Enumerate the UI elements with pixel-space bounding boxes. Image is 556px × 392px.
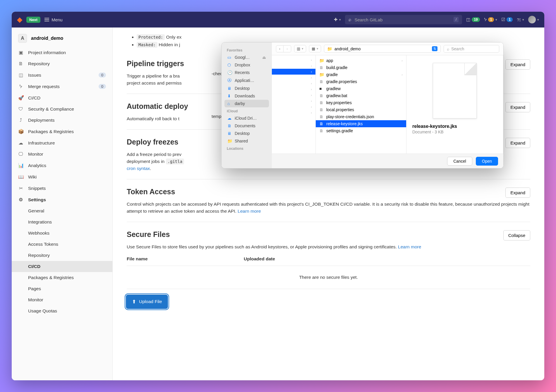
subnav-repository[interactable]: Repository xyxy=(12,250,112,261)
folder-row-selected[interactable]: › xyxy=(272,69,315,75)
subnav-monitor[interactable]: Monitor xyxy=(12,294,112,305)
upload-file-button[interactable]: ⬆Upload File xyxy=(127,295,167,308)
nav-repository[interactable]: 🗎Repository xyxy=(12,58,112,69)
todo-count: 1 xyxy=(507,17,513,22)
nav-security[interactable]: 🛡Security & Compliance xyxy=(12,104,112,115)
view-columns-button[interactable]: ▥▾ xyxy=(294,45,306,52)
sb-google[interactable]: ▭Googl…⏏ xyxy=(224,54,269,61)
dialog-sidebar: Favorites ▭Googl…⏏ ⬡Dropbox 🕐Recents ⒶAp… xyxy=(222,42,272,168)
nav-snippets[interactable]: ✂Snippets xyxy=(12,183,112,194)
nav-project-info[interactable]: ▣Project information xyxy=(12,47,112,58)
file-icon: 🗎 xyxy=(319,93,324,98)
nav-analytics[interactable]: 📊Analytics xyxy=(12,160,112,171)
file-row-build[interactable]: 🗎build.gradle xyxy=(316,64,406,71)
project-header[interactable]: A android_demo xyxy=(12,31,112,47)
sb-desktop[interactable]: 🖥Desktop xyxy=(224,85,269,92)
nav-issues[interactable]: ◫Issues0 xyxy=(12,69,112,81)
expand-button[interactable]: Expand xyxy=(505,138,530,148)
menu-button[interactable]: Menu xyxy=(44,17,63,22)
subnav-pages[interactable]: Pages xyxy=(12,283,112,294)
sb-icloud[interactable]: ☁iCloud Dri… xyxy=(224,114,269,122)
file-row-gradle[interactable]: 📁gradle› xyxy=(316,71,406,78)
subnav-tokens[interactable]: Access Tokens xyxy=(12,239,112,250)
subnav-packages[interactable]: Packages & Registries xyxy=(12,272,112,283)
sb-recents[interactable]: 🕐Recents xyxy=(224,69,269,76)
folder-row[interactable]: › xyxy=(272,57,315,63)
open-button[interactable]: Open xyxy=(476,157,498,166)
subnav-integrations[interactable]: Integrations xyxy=(12,216,112,228)
nav-merge-requests[interactable]: ᔭMerge requests0 xyxy=(12,81,112,92)
help-button[interactable]: ?⃝▾ xyxy=(517,17,524,22)
apps-icon: Ⓐ xyxy=(227,78,232,83)
folder-row[interactable]: › xyxy=(272,98,315,104)
gitlab-logo-icon[interactable]: ◆ xyxy=(17,16,22,24)
user-menu[interactable]: ▾ xyxy=(528,16,539,23)
learn-more-link[interactable]: Learn more xyxy=(238,209,261,214)
folder-row[interactable]: › xyxy=(272,80,315,86)
nav-packages[interactable]: 📦Packages & Registries xyxy=(12,126,112,137)
sb-home[interactable]: ⌂darby xyxy=(224,100,269,107)
issues-indicator[interactable]: ◫19 xyxy=(466,17,480,22)
mr-indicator[interactable]: ᔭ1▾ xyxy=(484,17,497,22)
file-row-bat[interactable]: 🗎gradlew.bat xyxy=(316,92,406,99)
todo-indicator[interactable]: ☑1 xyxy=(501,17,513,22)
folder-row[interactable]: › xyxy=(272,63,315,69)
search-box[interactable]: ⌕ / xyxy=(345,15,462,24)
expand-button[interactable]: Expand xyxy=(505,102,530,112)
expand-button[interactable]: Expand xyxy=(505,59,530,70)
package-icon: 📦 xyxy=(18,129,23,134)
nav-cicd[interactable]: 🚀CI/CD xyxy=(12,92,112,104)
folder-icon: 📁 xyxy=(327,47,332,51)
cancel-button[interactable]: Cancel xyxy=(447,157,472,166)
nav-deployments[interactable]: ⤴Deployments xyxy=(12,115,112,126)
nav-monitor[interactable]: 🖵Monitor xyxy=(12,149,112,160)
collapse-button[interactable]: Collapse xyxy=(503,230,530,240)
back-button[interactable]: ‹ xyxy=(276,45,284,52)
repo-icon: 🗎 xyxy=(18,61,23,66)
sb-applications[interactable]: ⒶApplicati… xyxy=(224,76,269,85)
search-input[interactable] xyxy=(354,17,451,22)
drive-icon: ▭ xyxy=(227,55,232,60)
learn-more-link[interactable]: Learn more xyxy=(398,244,421,249)
subnav-general[interactable]: General xyxy=(12,205,112,216)
sb-downloads[interactable]: ⬇Downloads xyxy=(224,92,269,100)
app-window: ◆ Next Menu ✚▾ ⌕ / ◫19 ᔭ1▾ ☑1 ?⃝▾ ▾ A an… xyxy=(12,12,544,380)
desktop-icon: 🖥 xyxy=(227,131,232,136)
file-row-play[interactable]: 🗎play-store-credentials.json xyxy=(316,113,406,120)
file-row-local[interactable]: 🗎local.properties xyxy=(316,106,406,113)
subnav-usage[interactable]: Usage Quotas xyxy=(12,305,112,317)
sb-shared[interactable]: 📁Shared xyxy=(224,137,269,145)
folder-row[interactable]: › xyxy=(272,86,315,92)
preview-filename: release-keystore.jks xyxy=(411,124,498,129)
mr-count: 1 xyxy=(488,17,494,22)
subnav-cicd[interactable]: CI/CD xyxy=(12,261,112,272)
path-selector[interactable]: 📁android_demo⇅ xyxy=(324,45,441,53)
sb-documents[interactable]: 🗎Documents xyxy=(224,122,269,130)
file-row-props[interactable]: 🗎gradle.properties xyxy=(316,78,406,85)
folder-row[interactable]: › xyxy=(272,92,315,98)
folder-row[interactable]: › xyxy=(272,75,315,80)
file-row-settings[interactable]: 🗎settings.gradle xyxy=(316,127,406,134)
nav-wiki[interactable]: 📖Wiki xyxy=(12,171,112,183)
folder-row[interactable]: › xyxy=(272,104,315,110)
cron-syntax-link[interactable]: cron syntax xyxy=(127,166,150,171)
forward-button[interactable]: › xyxy=(284,45,291,52)
sb-dropbox[interactable]: ⬡Dropbox xyxy=(224,61,269,69)
eject-icon[interactable]: ⏏ xyxy=(262,55,266,60)
view-group-button[interactable]: ▦▾ xyxy=(309,45,321,52)
new-button[interactable]: ✚▾ xyxy=(334,17,341,22)
icloud-header: iCloud xyxy=(224,107,269,114)
dialog-search[interactable]: ⌕Search xyxy=(444,45,499,53)
nav-infrastructure[interactable]: ☁Infrastructure xyxy=(12,137,112,149)
expand-button[interactable]: Expand xyxy=(505,188,530,198)
file-row-gradlew[interactable]: ■gradlew xyxy=(316,85,406,92)
monitor-icon: 🖵 xyxy=(18,152,23,157)
folder-row[interactable]: › xyxy=(272,110,315,116)
subnav-webhooks[interactable]: Webhooks xyxy=(12,228,112,239)
issues-count: 0 xyxy=(99,73,106,78)
file-row-release[interactable]: 🗎release-keystore.jks xyxy=(316,120,406,127)
nav-settings[interactable]: ⚙Settings xyxy=(12,194,112,205)
file-row-key[interactable]: 🗎key.properties xyxy=(316,99,406,106)
file-row-app[interactable]: 📁app› xyxy=(316,57,406,64)
sb-desktop2[interactable]: 🖥Desktop xyxy=(224,130,269,137)
